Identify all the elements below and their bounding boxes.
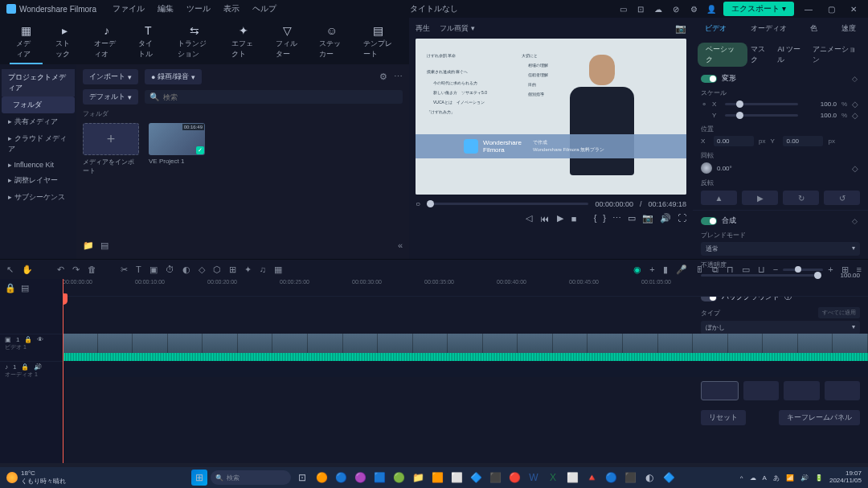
collapse-icon[interactable]: « — [398, 240, 403, 251]
tray-lang-icon[interactable]: A — [763, 474, 767, 482]
tl-ai-icon[interactable]: ✦ — [244, 265, 252, 275]
tray-volume-icon[interactable]: 🔊 — [800, 474, 809, 482]
preview-viewport[interactable]: けずれ余韻 革命 摸索され達成的 稼ぐへ 今の時代に求められる力 新しい働き方 … — [416, 39, 686, 195]
rotation-dial[interactable] — [701, 162, 712, 174]
app-icon-5[interactable]: 🟢 — [391, 470, 407, 486]
preview-tab-playback[interactable]: 再生 — [416, 23, 430, 34]
tray-battery-icon[interactable]: 🔋 — [815, 474, 823, 482]
video-track-header[interactable]: ▣ 1 🔒 👁 ビデオ 1 — [0, 334, 63, 361]
scale-y-value[interactable]: 100.0 — [803, 112, 837, 119]
app-icon-10[interactable]: 🔴 — [506, 470, 522, 486]
view-list-icon[interactable]: ▤ — [100, 240, 108, 251]
gift-icon[interactable]: ⚙ — [688, 3, 699, 14]
playhead[interactable] — [63, 279, 63, 463]
tl-color-icon[interactable]: ◐ — [182, 265, 190, 275]
tl-auto-icon[interactable]: ◉ — [633, 265, 641, 275]
sidebar-influence-kit[interactable]: ▸ Influence Kit — [2, 158, 75, 172]
sidebar-folder[interactable]: フォルダ — [2, 96, 75, 113]
audio-track-header[interactable]: ♪ 1 🔒 🔊 オーディオ 1 — [0, 361, 63, 380]
tl-render-icon[interactable]: ▭ — [742, 265, 750, 275]
mute-icon[interactable]: 🔊 — [34, 363, 42, 371]
weather-widget[interactable]: 18°C くもり時々晴れ — [6, 470, 66, 486]
maximize-button[interactable]: ▢ — [823, 5, 839, 14]
prop-tab-color[interactable]: 色 — [805, 21, 822, 36]
zoom-in-button[interactable]: + — [828, 265, 833, 274]
tl-audio-icon[interactable]: ♫ — [260, 265, 266, 274]
export-button[interactable]: エクスポート ▾ — [723, 2, 794, 16]
tl-expand-icon[interactable]: ▤ — [21, 283, 29, 293]
kf-scale-x-icon[interactable]: ◇ — [852, 100, 860, 109]
tl-marker-icon[interactable]: ▮ — [663, 265, 668, 275]
app-icon-9[interactable]: ⬛ — [487, 470, 503, 486]
tab-media[interactable]: ▦メディア — [10, 21, 43, 64]
tl-keyframe-icon[interactable]: ◇ — [199, 265, 205, 275]
app-icon-12[interactable]: 🔺 — [583, 470, 600, 486]
word-icon[interactable]: W — [526, 470, 542, 486]
close-button[interactable]: ✕ — [845, 5, 862, 14]
lock2-icon[interactable]: 🔒 — [21, 363, 29, 371]
minimize-button[interactable]: — — [800, 5, 817, 14]
pos-x-input[interactable] — [714, 136, 754, 146]
subtab-mask[interactable]: マスク — [747, 43, 774, 67]
transform-toggle[interactable] — [701, 75, 717, 83]
app-icon-8[interactable]: 🔷 — [468, 470, 484, 486]
app-icon-15[interactable]: ◐ — [641, 470, 657, 486]
timeline-ruler[interactable]: 00:00:00:00 00:00:10:00 00:00:20:00 00:0… — [63, 279, 868, 297]
subtab-ai[interactable]: AI ツール — [774, 43, 809, 67]
tl-speed-icon[interactable]: ⏱ — [166, 265, 174, 274]
explorer-icon[interactable]: 📁 — [410, 470, 426, 486]
more-icon[interactable]: ⋯ — [394, 72, 403, 82]
app-icon-2[interactable]: 🔵 — [333, 470, 349, 486]
mark-in-button[interactable]: { — [594, 213, 597, 223]
app-icon-3[interactable]: 🟣 — [352, 470, 368, 486]
pos-y-input[interactable] — [783, 136, 823, 146]
audio-track[interactable] — [63, 361, 868, 377]
snapshot2-icon[interactable]: 📷 — [642, 213, 653, 223]
flip-h-button[interactable]: ▲ — [701, 191, 737, 205]
tab-audio[interactable]: ♪オーディオ — [88, 21, 125, 64]
tab-template[interactable]: ▤テンプレート — [357, 21, 399, 64]
scale-y-slider[interactable] — [725, 114, 798, 117]
tl-undo-icon[interactable]: ↶ — [57, 265, 64, 275]
tray-ime-icon[interactable]: あ — [773, 474, 780, 482]
device-icon[interactable]: ▭ — [617, 3, 628, 14]
import-media-button[interactable]: + — [83, 123, 139, 155]
tray-wifi-icon[interactable]: 📶 — [786, 474, 794, 482]
opacity-slider[interactable] — [701, 274, 821, 277]
more-preview-icon[interactable]: ⋯ — [612, 213, 621, 223]
fullscreen-icon[interactable]: ⛶ — [678, 213, 686, 223]
rotate-ccw-button[interactable]: ↺ — [824, 191, 860, 205]
preview-scrubber[interactable] — [427, 203, 588, 205]
cloud-icon[interactable]: ☁ — [653, 3, 664, 14]
rotate-cw-button[interactable]: ↻ — [783, 191, 819, 205]
blend-mode-select[interactable]: 通常▾ — [701, 242, 860, 256]
menu-file[interactable]: ファイル — [113, 3, 145, 14]
tl-snap-icon[interactable]: ⊓ — [727, 265, 734, 275]
menu-tools[interactable]: ツール — [186, 3, 211, 14]
tab-transition[interactable]: ⇆トランジション — [171, 21, 219, 64]
snapshot-icon[interactable]: 📷 — [675, 23, 686, 34]
tl-delete-icon[interactable]: 🗑 — [88, 265, 96, 274]
tl-text-icon[interactable]: T — [136, 265, 141, 274]
menu-edit[interactable]: 編集 — [158, 3, 174, 14]
menu-view[interactable]: 表示 — [223, 3, 240, 14]
tl-crop-icon[interactable]: ▣ — [149, 265, 158, 275]
tl-mix-icon[interactable]: 🎚 — [695, 265, 704, 274]
tl-pointer-icon[interactable]: ↖ — [6, 265, 14, 275]
prev-frame-button[interactable]: ◁ — [526, 213, 532, 223]
sidebar-shared-media[interactable]: ▸ 共有メディア — [2, 113, 75, 130]
eye-icon[interactable]: 👁 — [37, 336, 43, 343]
account-icon[interactable]: 👤 — [706, 3, 717, 14]
tl-redo-icon[interactable]: ↷ — [72, 265, 80, 275]
tl-mic-icon[interactable]: + — [649, 265, 654, 274]
video-track[interactable] — [63, 334, 868, 361]
video-clip[interactable] — [63, 334, 868, 361]
record-dropdown[interactable]: ● 録画/録音 ▾ — [145, 69, 202, 84]
media-clip-thumb[interactable]: 00:16:49 ✓ — [149, 123, 205, 155]
tab-filter[interactable]: ▽フィルター — [269, 21, 307, 64]
app-icon-6[interactable]: 🟧 — [429, 470, 445, 486]
stop-button[interactable]: ■ — [571, 214, 577, 223]
menu-help[interactable]: ヘルプ — [252, 3, 276, 14]
app-icon-1[interactable]: 🟠 — [313, 470, 330, 486]
tl-group-icon[interactable]: ▦ — [274, 265, 282, 275]
